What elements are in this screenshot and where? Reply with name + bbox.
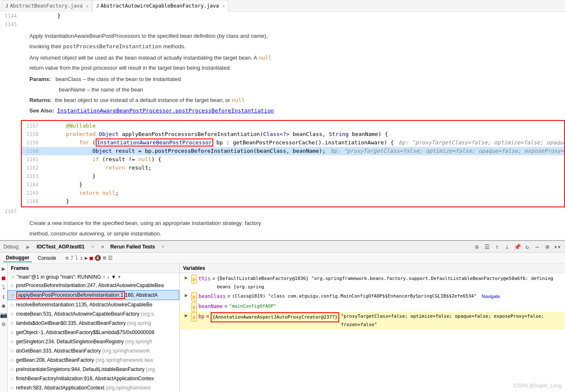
var-icon-beanname: p bbox=[191, 302, 197, 311]
doc-line2: invoking their postProcessBeforeInstanti… bbox=[29, 42, 558, 51]
variables-header: Variables bbox=[180, 264, 565, 273]
frame-item-8[interactable]: ▷ getBean:208, AbstractBeanFactory (org.… bbox=[8, 355, 179, 365]
code-line-1161: 1161 if (result != null) { bbox=[22, 155, 564, 164]
run-icon: ▶ bbox=[26, 243, 30, 250]
frames-list[interactable]: ▷ postProcessBeforeInstantiation:247, Ab… bbox=[8, 281, 179, 392]
icon-settings-side[interactable]: ⚙ bbox=[2, 321, 5, 327]
tab-debugger[interactable]: Debugger bbox=[3, 254, 32, 262]
doc-null-1: null bbox=[259, 55, 272, 61]
test-close[interactable]: ✕ bbox=[91, 244, 94, 249]
tab-bar: J AbstractBeanFactory.java ✕ J AbstractA… bbox=[0, 0, 565, 12]
bp-value-boxed: {AnnotationAwareAspectJAutoProxyCreator@… bbox=[211, 312, 339, 322]
icon-step-side[interactable]: ⤵ bbox=[2, 284, 5, 290]
btn-settings[interactable]: ⚙ bbox=[473, 243, 481, 251]
doc-code-1: postProcessBeforeInstantiation bbox=[63, 43, 162, 50]
check-icon: ✓ bbox=[11, 274, 15, 280]
icon-mute[interactable]: 🔇 bbox=[94, 255, 101, 261]
doc-see-also-link[interactable]: InstantiationAwareBeanPostProcessor.post… bbox=[57, 107, 274, 114]
var-icon-beanclass: p bbox=[191, 292, 197, 301]
code-line-1160: 1160 Object result = bp.postProcessBefor… bbox=[22, 147, 564, 155]
var-expand-beanclass[interactable]: ▶ bbox=[183, 292, 190, 299]
doc-after-area: Create a new instance for the specified … bbox=[0, 216, 565, 240]
tab-console[interactable]: Console bbox=[35, 254, 59, 262]
icon-layout2[interactable]: ☰ bbox=[108, 255, 113, 261]
frame-item-3[interactable]: ▷ createBean:531, AbstractAutowireCapabl… bbox=[8, 309, 179, 319]
inline-red-for: InstantiationAwareBeanPostProcessor bbox=[96, 139, 213, 146]
sub-tab-row: Debugger Console ≡ ⤴ ⤵ ↥ ▶ ■ 🔇 ⊞ ☰ bbox=[0, 253, 565, 264]
navigate-link[interactable]: Navigate bbox=[482, 292, 500, 301]
btn-up[interactable]: ↑ bbox=[493, 243, 501, 251]
frame-item-5[interactable]: ▷ getObject:-1, AbstractBeanFactory$$Lam… bbox=[8, 328, 179, 337]
frame-item-4[interactable]: ▷ lambda$doGetBean$0:335, AbstractBeanFa… bbox=[8, 319, 179, 328]
btn-dots[interactable]: ⋯ bbox=[533, 243, 541, 251]
frame-icon-11: ▷ bbox=[11, 384, 14, 392]
filter-btn[interactable]: ▼ bbox=[111, 274, 116, 280]
frame-item-9[interactable]: ▷ preInstantiateSingletons:944, DefaultL… bbox=[8, 365, 179, 374]
icon-camera-side[interactable]: 📷 bbox=[0, 311, 7, 318]
btn-layout[interactable]: ☰ bbox=[483, 243, 491, 251]
tab-abstract-bean-factory[interactable]: J AbstractBeanFactory.java ✕ bbox=[2, 0, 92, 12]
doc-after-line2: method, constructor autowiring, or simpl… bbox=[29, 230, 558, 238]
arrow-up-btn[interactable]: ↑ bbox=[103, 274, 105, 280]
code-line-1145: 1145 bbox=[0, 20, 565, 29]
test-tab-title[interactable]: IOCTest_AOP.test01 bbox=[37, 244, 84, 250]
code-line-1166: 1166 } bbox=[22, 197, 564, 206]
var-item-beanname[interactable]: ▶ p beanName = "mainConfigOfAOP" bbox=[180, 302, 565, 312]
debug-content: ▶ ■ ⤵ ↥ ◉ 📷 ⚙ Frames ✓ "main"@1 in group… bbox=[0, 264, 565, 392]
rerun-title[interactable]: Rerun Failed Tests bbox=[110, 244, 155, 250]
btn-refresh[interactable]: ↻ bbox=[523, 243, 531, 251]
frame-item-2[interactable]: ▷ resolveBeforeInstantiation:1135, Abstr… bbox=[8, 300, 179, 309]
icon-mute-side[interactable]: ◉ bbox=[2, 302, 5, 309]
doc-param2: beanName – the name of the bean bbox=[29, 86, 558, 94]
var-expand-beanname[interactable]: ▶ bbox=[183, 302, 190, 309]
var-expand-bp[interactable]: ▶ bbox=[183, 312, 190, 319]
tab-close-2[interactable]: ✕ bbox=[222, 4, 225, 8]
icon-step-over[interactable]: ⤴ bbox=[71, 255, 73, 261]
frame-icon-3: ▷ bbox=[11, 310, 14, 318]
btn-pin[interactable]: 📌 bbox=[513, 243, 521, 251]
var-item-bp[interactable]: ▶ p bp = {AnnotationAwareAspectJAutoProx… bbox=[180, 312, 565, 329]
icon-list[interactable]: ≡ bbox=[65, 255, 69, 261]
rerun-close[interactable]: ✕ bbox=[162, 244, 165, 249]
arrow-down-btn[interactable]: ↓ bbox=[107, 274, 110, 280]
btn-collapse[interactable]: ▾▾ bbox=[553, 243, 562, 251]
tab-abstract-autowire[interactable]: J AbstractAutowireCapableBeanFactory.jav… bbox=[92, 0, 228, 12]
frame-item-7[interactable]: ▷ doGetBean:333, AbstractBeanFactory (or… bbox=[8, 346, 179, 355]
debug-toolbar: ⚙ ☰ ↑ ↓ 📌 ↻ ⋯ ⊞ ▾▾ bbox=[473, 243, 562, 251]
code-line-1167: 1167 bbox=[0, 207, 565, 216]
var-expand-this[interactable]: ▶ bbox=[183, 274, 190, 281]
icon-stepout-side[interactable]: ↥ bbox=[2, 293, 5, 300]
frame-item-1[interactable]: ▷ applyBeanPostProcessorsBeforeInstantia… bbox=[8, 290, 179, 300]
variables-list[interactable]: ▶ p this = {DefaultListableBeanFactory@1… bbox=[180, 273, 565, 392]
tab-label-2: AbstractAutowireCapableBeanFactory.java bbox=[101, 3, 219, 9]
frame-item-0[interactable]: ▷ postProcessBeforeInstantiation:247, Ab… bbox=[8, 281, 179, 290]
icon-resume-side[interactable]: ▶ bbox=[2, 265, 5, 272]
frame-item-11[interactable]: ▷ refresh:583, AbstractApplicationContex… bbox=[8, 383, 179, 392]
btn-cols[interactable]: ⊞ bbox=[543, 243, 552, 251]
frame-icon-6: ▷ bbox=[11, 338, 14, 345]
running-status: ✓ "main"@1 in group "main": RUNNING ↑ ↓ … bbox=[8, 273, 179, 281]
icon-stop[interactable]: ■ bbox=[90, 255, 93, 261]
doc-line1: Apply InstantiationAwareBeanPostProcesso… bbox=[29, 32, 558, 41]
icon-stop-side[interactable]: ■ bbox=[2, 274, 5, 281]
icon-step-into[interactable]: ⤵ bbox=[75, 255, 78, 261]
code-line-1164: 1164 } bbox=[22, 180, 564, 189]
code-line-1159: 1159 for (InstantiationAwareBeanPostProc… bbox=[22, 139, 564, 147]
doc-line4: return value from the post-processor wil… bbox=[29, 64, 558, 73]
code-scroll[interactable]: 1144 } 1145 Apply InstantiationAwareBean… bbox=[0, 12, 565, 240]
icon-grid[interactable]: ⊞ bbox=[103, 255, 106, 261]
frame-1-boxed: applyBeanPostProcessorsBeforeInstantiati… bbox=[16, 291, 125, 299]
add-btn[interactable]: + bbox=[118, 274, 121, 280]
icon-resume[interactable]: ▶ bbox=[85, 255, 88, 261]
tab-close-1[interactable]: ✕ bbox=[86, 4, 89, 8]
frame-item-6[interactable]: ▷ getSingleton:234, DefaultSingletonBean… bbox=[8, 337, 179, 346]
var-item-this[interactable]: ▶ p this = {DefaultListableBeanFactory@1… bbox=[180, 274, 565, 292]
frame-icon-9: ▷ bbox=[11, 366, 14, 373]
frame-item-10[interactable]: ▷ finishBeanFactoryInitialization:918, A… bbox=[8, 374, 179, 383]
icon-step-out[interactable]: ↥ bbox=[80, 255, 83, 261]
btn-down[interactable]: ↓ bbox=[503, 243, 511, 251]
doc-params: Params: beanClass – the class of the bea… bbox=[29, 75, 558, 84]
var-item-beanclass[interactable]: ▶ p beanClass = (Class@1819) "class com.… bbox=[180, 292, 565, 302]
code-line-1144: 1144 } bbox=[0, 12, 565, 20]
debug-subtoolbar: ≡ ⤴ ⤵ ↥ ▶ ■ 🔇 ⊞ ☰ bbox=[65, 255, 113, 261]
